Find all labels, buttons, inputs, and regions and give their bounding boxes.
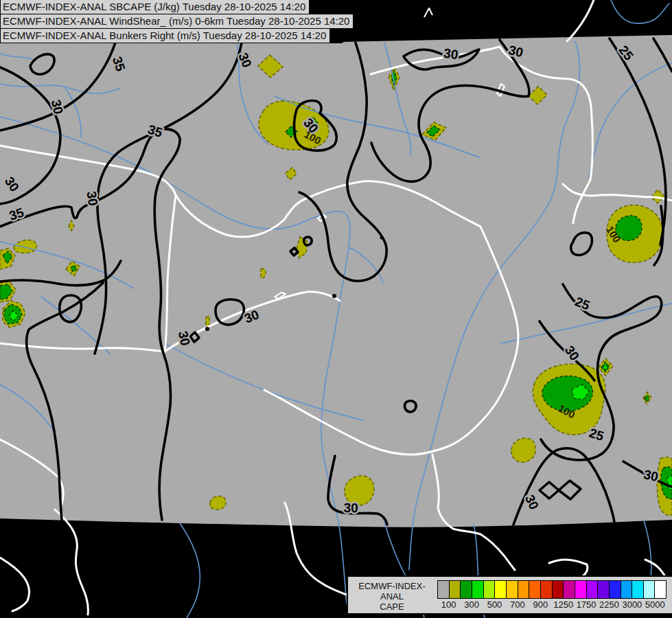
header: ECMWF-INDEX-ANAL SBCAPE (J/kg) Tuesday 2… bbox=[0, 0, 354, 43]
legend-parameter: CAPE bbox=[348, 602, 436, 612]
legend-tick: 1750 bbox=[577, 599, 596, 610]
weather-map-screen: 3535353030303030303025303025302530303010… bbox=[0, 0, 672, 618]
legend-tick: 2250 bbox=[599, 599, 619, 610]
legend-colorbar-wrap: 10030050070090012501750225030005000 bbox=[437, 580, 667, 610]
colorbar-cell bbox=[450, 581, 461, 598]
colorbar-cell bbox=[438, 581, 450, 598]
legend: ECMWF-INDEX-ANAL CAPE J/kg 1003005007009… bbox=[347, 575, 672, 615]
colorbar-cell bbox=[518, 581, 530, 598]
colorbar-cell bbox=[632, 581, 644, 598]
header-line-windshear: ECMWF-INDEX-ANAL WindShear_ (m/s) 0-6km … bbox=[0, 14, 354, 29]
legend-tick: 100 bbox=[441, 599, 456, 610]
legend-tick: 700 bbox=[510, 599, 525, 610]
weather-map-svg: 3535353030303030303025303025302530303010… bbox=[0, 0, 672, 618]
colorbar-cell bbox=[507, 581, 518, 598]
contour-label: 30 bbox=[176, 330, 193, 347]
colorbar-cell bbox=[564, 581, 575, 598]
header-line-bunkers: ECMWF-INDEX-ANAL Bunkers Right (m/s) Tue… bbox=[0, 28, 330, 43]
cape-area bbox=[511, 438, 535, 462]
legend-tick: 300 bbox=[464, 599, 479, 610]
colorbar-cell bbox=[575, 581, 587, 598]
country-border bbox=[549, 560, 588, 577]
colorbar-cell bbox=[587, 581, 599, 598]
legend-title: ECMWF-INDEX-ANAL bbox=[348, 581, 436, 602]
colorbar-cell bbox=[461, 581, 472, 598]
river bbox=[180, 523, 200, 618]
colorbar-cell bbox=[610, 581, 621, 598]
legend-tick: 5000 bbox=[645, 599, 665, 610]
colorbar-cell bbox=[655, 581, 666, 598]
country-border bbox=[567, 0, 594, 41]
colorbar-cell bbox=[644, 581, 656, 598]
contour-label: 30 bbox=[443, 46, 459, 62]
legend-text: ECMWF-INDEX-ANAL CAPE J/kg bbox=[348, 577, 436, 618]
legend-ticks: 10030050070090012501750225030005000 bbox=[437, 599, 667, 610]
contour-label: 30 bbox=[642, 467, 660, 484]
header-line-sbcape: ECMWF-INDEX-ANAL SBCAPE (J/kg) Tuesday 2… bbox=[0, 0, 310, 14]
country-border bbox=[55, 510, 88, 615]
colorbar-cell bbox=[529, 581, 541, 598]
colorbar-cell bbox=[598, 581, 610, 598]
shear-contour-dot bbox=[332, 294, 336, 298]
contour-label: 30 bbox=[49, 98, 66, 115]
country-border bbox=[424, 8, 432, 17]
colorbar-cell bbox=[621, 581, 633, 598]
shear-contour-dot bbox=[380, 236, 384, 240]
legend-colorbar bbox=[437, 580, 667, 599]
legend-tick: 900 bbox=[533, 599, 548, 610]
shear-contour-dot bbox=[205, 327, 209, 331]
legend-tick: 3000 bbox=[622, 599, 642, 610]
country-border bbox=[0, 558, 30, 611]
contour-label: 30 bbox=[343, 501, 358, 516]
legend-unit: J/kg bbox=[348, 612, 436, 618]
river bbox=[611, 0, 669, 23]
legend-tick: 1250 bbox=[553, 599, 573, 610]
colorbar-cell bbox=[541, 581, 553, 598]
colorbar-cell bbox=[553, 581, 564, 598]
colorbar-cell bbox=[484, 581, 496, 598]
legend-tick: 500 bbox=[487, 599, 502, 610]
contour-label: 30 bbox=[84, 190, 101, 207]
colorbar-cell bbox=[495, 581, 507, 598]
colorbar-cell bbox=[472, 581, 484, 598]
